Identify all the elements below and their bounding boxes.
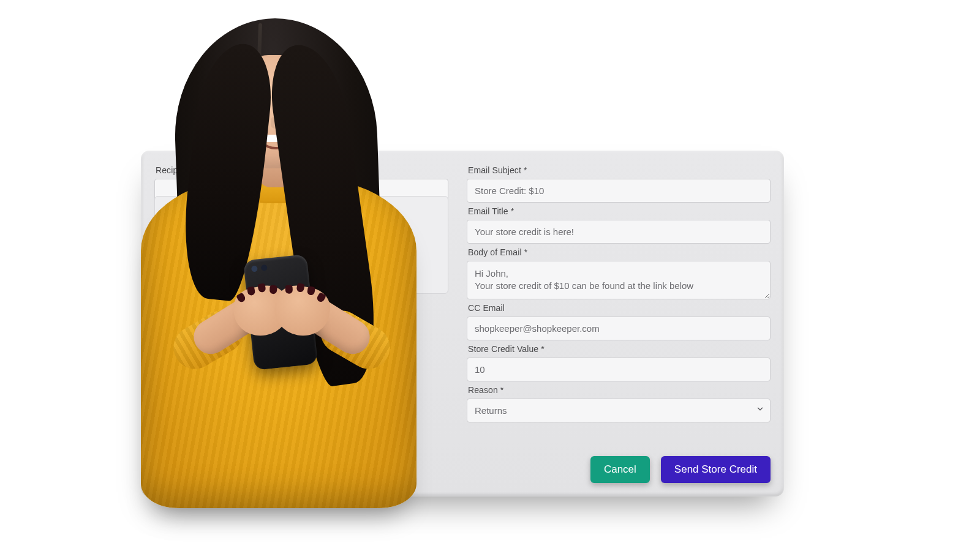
email-body-textarea[interactable] bbox=[467, 261, 771, 299]
email-body-label: Body of Email * bbox=[468, 247, 771, 257]
form-right-column: Email Subject * Email Title * Body of Em… bbox=[467, 162, 771, 483]
email-title-label: Email Title * bbox=[468, 206, 771, 216]
email-subject-input[interactable] bbox=[467, 179, 771, 203]
recipient-name-label: Recipient Name bbox=[156, 165, 448, 175]
email-subject-label: Email Subject * bbox=[468, 165, 771, 175]
cancel-button[interactable]: Cancel bbox=[590, 456, 650, 483]
send-store-credit-button[interactable]: Send Store Credit bbox=[661, 456, 771, 483]
store-credit-form: Recipient Name Email Subject * Email Tit… bbox=[141, 151, 784, 497]
form-left-column: Recipient Name bbox=[154, 162, 448, 483]
reason-label: Reason * bbox=[468, 385, 771, 395]
form-actions: Cancel Send Store Credit bbox=[467, 448, 771, 483]
email-title-input[interactable] bbox=[467, 220, 771, 244]
reason-select[interactable]: Returns bbox=[467, 399, 771, 422]
cc-email-input[interactable] bbox=[467, 317, 771, 340]
recipient-suggestion-panel bbox=[154, 196, 448, 294]
cc-email-label: CC Email bbox=[468, 303, 771, 313]
store-credit-value-input[interactable] bbox=[467, 358, 771, 381]
store-credit-value-label: Store Credit Value * bbox=[468, 344, 771, 354]
